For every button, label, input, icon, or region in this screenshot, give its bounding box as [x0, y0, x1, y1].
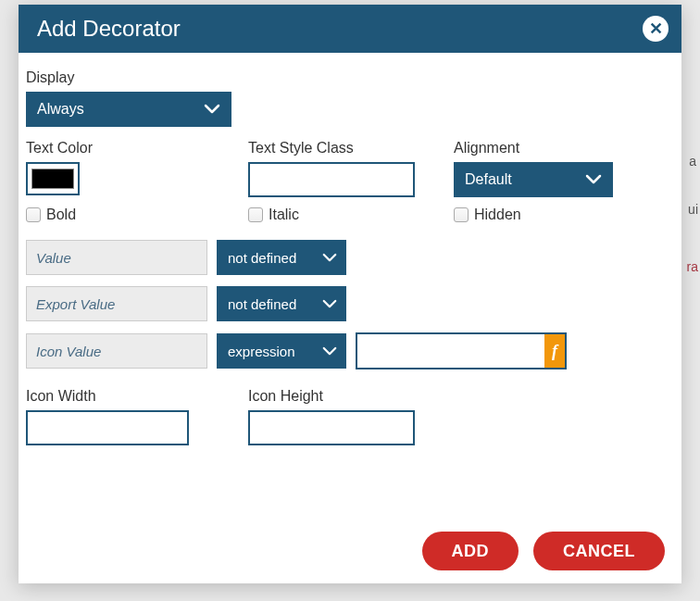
modal-header: Add Decorator ✕ [19, 5, 681, 53]
alignment-dropdown[interactable]: Default [454, 162, 613, 197]
text-style-class-label: Text Style Class [248, 140, 431, 157]
modal-title: Add Decorator [31, 16, 181, 42]
display-value: Always [37, 101, 84, 118]
background-fragment: a [689, 154, 696, 169]
icon-value-expression-input[interactable] [357, 334, 544, 368]
close-icon: ✕ [649, 19, 663, 39]
background-fragment: ra [687, 259, 698, 274]
expression-editor-button[interactable]: f [544, 334, 565, 368]
text-color-picker[interactable] [26, 162, 80, 195]
export-value-field: Export Value [26, 286, 207, 321]
value-field-label: Value [36, 250, 71, 266]
icon-height-input[interactable] [248, 410, 415, 445]
icon-value-mode-dropdown[interactable]: expression [217, 333, 346, 369]
alignment-label: Alignment [454, 140, 617, 157]
chevron-down-icon [204, 104, 220, 115]
chevron-down-icon [322, 346, 337, 357]
bold-checkbox[interactable] [26, 207, 41, 222]
export-value-mode-dropdown[interactable]: not defined [217, 286, 346, 321]
text-style-class-input[interactable] [248, 162, 415, 197]
hidden-checkbox[interactable] [454, 207, 469, 222]
icon-value-label: Icon Value [36, 344, 101, 359]
italic-checkbox[interactable] [248, 207, 263, 222]
modal-footer: ADD CANCEL [422, 532, 666, 570]
icon-width-input[interactable] [26, 410, 189, 445]
icon-value-field: Icon Value [26, 333, 207, 369]
chevron-down-icon [585, 174, 602, 185]
export-value-mode: not defined [228, 296, 296, 312]
icon-value-mode: expression [228, 344, 295, 359]
text-color-label: Text Color [26, 140, 226, 157]
alignment-value: Default [465, 171, 512, 188]
value-field: Value [26, 240, 207, 275]
export-value-label: Export Value [36, 296, 115, 312]
background-fragment: ui [688, 202, 698, 217]
hidden-label: Hidden [474, 207, 521, 223]
italic-label: Italic [269, 207, 299, 223]
cancel-button[interactable]: CANCEL [533, 532, 665, 570]
add-button[interactable]: ADD [422, 532, 519, 570]
chevron-down-icon [322, 253, 337, 263]
display-label: Display [26, 69, 674, 86]
color-swatch [31, 169, 74, 189]
modal-body: Display Always Text Color Text Style Cla… [19, 53, 681, 471]
value-mode-dropdown[interactable]: not defined [217, 240, 346, 275]
icon-value-expression-wrap: f [356, 332, 567, 369]
chevron-down-icon [322, 299, 337, 309]
close-button[interactable]: ✕ [643, 16, 669, 42]
function-icon: f [552, 342, 557, 361]
icon-width-label: Icon Width [26, 388, 226, 405]
value-mode: not defined [228, 250, 296, 266]
bold-label: Bold [46, 207, 76, 223]
icon-height-label: Icon Height [248, 388, 448, 405]
add-decorator-modal: Add Decorator ✕ Display Always Text Colo… [19, 5, 681, 583]
display-dropdown[interactable]: Always [26, 92, 231, 127]
